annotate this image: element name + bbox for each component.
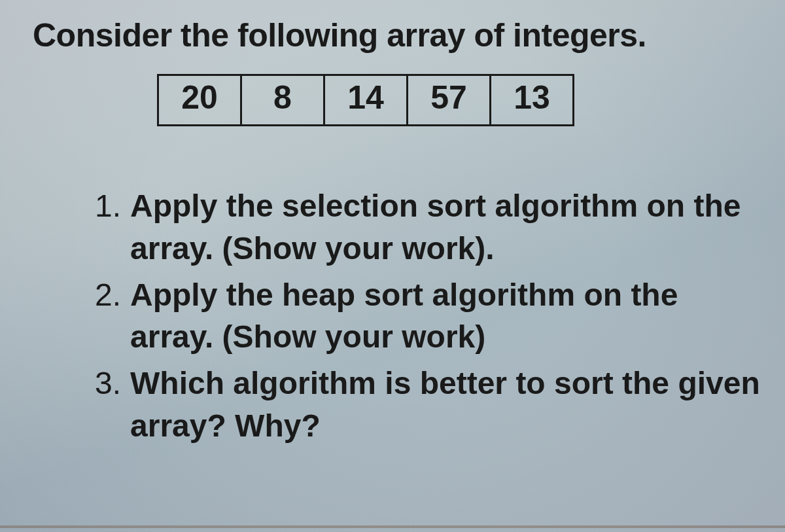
question-number: 2. — [82, 274, 130, 359]
question-text: Apply the selection sort algorithm on th… — [130, 185, 765, 270]
array-cell: 13 — [489, 74, 574, 126]
array-cell: 20 — [157, 74, 242, 126]
question-text: Which algorithm is better to sort the gi… — [130, 363, 765, 448]
question-number: 3. — [82, 363, 130, 448]
array-cell: 8 — [240, 74, 325, 126]
question-list: 1. Apply the selection sort algorithm on… — [82, 185, 765, 448]
bottom-divider — [0, 525, 785, 528]
question-text: Apply the heap sort algorithm on the arr… — [130, 274, 765, 359]
question-item: 3. Which algorithm is better to sort the… — [82, 363, 765, 448]
question-item: 2. Apply the heap sort algorithm on the … — [82, 274, 765, 359]
array-cell: 14 — [323, 74, 408, 126]
question-item: 1. Apply the selection sort algorithm on… — [82, 185, 765, 270]
integer-array: 20 8 14 57 13 — [157, 74, 765, 126]
problem-title: Consider the following array of integers… — [33, 16, 765, 54]
question-number: 1. — [82, 185, 130, 270]
array-cell: 57 — [406, 74, 491, 126]
